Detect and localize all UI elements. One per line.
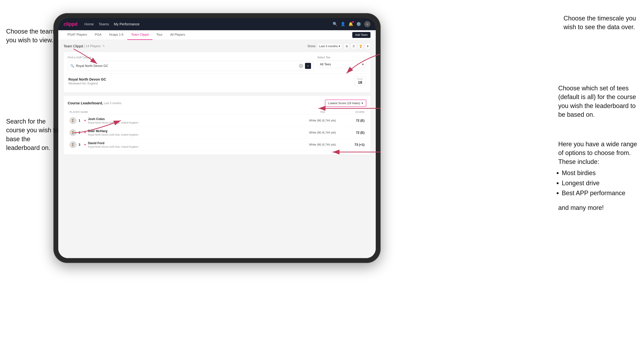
course-search-value: Royal North Devon GC xyxy=(76,64,297,68)
nav-icons: 🔍 👤 🔔 ⚙️ U xyxy=(333,21,370,27)
player-heart-1: ♥ xyxy=(84,119,86,122)
annotation-mid-right: Choose which set of tees (default is all… xyxy=(558,84,639,119)
navbar: clippd Home Teams My Performance 🔍 👤 🔔 ⚙… xyxy=(58,18,376,30)
player-club-1: Royal North Devon Golf Club, United King… xyxy=(88,121,138,124)
player-heart-2: ♥ xyxy=(84,131,86,134)
tee-value: All Tees xyxy=(320,63,331,66)
player-name-3: David Ford xyxy=(88,141,138,145)
bullet-list: Most birdies Longest drive Best APP perf… xyxy=(558,168,639,198)
edit-icon[interactable]: ✎ xyxy=(102,44,105,48)
team-count: | 14 Players xyxy=(84,44,100,48)
col-tee: TEE xyxy=(302,111,344,113)
table-row: 🏌️ 3 ♥ David Ford Royal North Devon Golf… xyxy=(68,139,366,151)
notification-dot xyxy=(352,21,354,23)
player-avatar-1: 🏌️ xyxy=(70,117,76,124)
player-club-3: Royal North Devon Golf Club, United King… xyxy=(88,145,138,148)
download-button[interactable]: ⬇ xyxy=(365,43,370,49)
player-tee-3: White (M) (6,744 yds) xyxy=(302,143,344,146)
course-location: Westward Ho!, England xyxy=(68,82,106,85)
annotation-top-left: Choose the team you wish to view. xyxy=(6,27,55,45)
leaderboard-subtitle: Last 3 months xyxy=(104,102,122,105)
course-name: Royal North Devon GC xyxy=(68,77,106,81)
player-name-2: Blair McHarg xyxy=(88,129,138,133)
player-rank-2: 1 xyxy=(78,131,82,135)
annotation-bottom-left: Search for the course you wish to base t… xyxy=(6,117,60,152)
view-icons: ⊞ ☰ 🏆 ⬇ xyxy=(344,43,370,49)
tee-section: Select Tee All Tees ▾ xyxy=(317,56,366,68)
leaderboard-title: Course Leaderboard, xyxy=(68,101,103,105)
holes-label: Holes xyxy=(357,78,363,80)
player-col-2: 🏌️ 1 ♥ Blair McHarg Royal North Devon Go… xyxy=(70,129,302,136)
team-title: Team Clippd xyxy=(64,44,83,48)
score-type-select[interactable]: Lowest Score (18 holes) ▾ xyxy=(325,100,366,107)
trophy-view-button[interactable]: 🏆 xyxy=(358,43,364,49)
score-type-value: Lowest Score (18 holes) xyxy=(328,102,360,105)
bullet-3: Best APP performance xyxy=(562,188,639,198)
course-search-input[interactable]: 🔍 Royal North Devon GC ✕ ☆ xyxy=(68,61,314,71)
tablet-screen: clippd Home Teams My Performance 🔍 👤 🔔 ⚙… xyxy=(58,18,376,258)
settings-icon[interactable]: ⚙️ xyxy=(356,22,361,26)
notification-bell[interactable]: 🔔 xyxy=(348,22,353,26)
list-view-button[interactable]: ☰ xyxy=(351,43,356,49)
and-more: and many more! xyxy=(558,203,639,212)
player-info-1: Josh Coles Royal North Devon Golf Club, … xyxy=(88,117,138,124)
holes-number: 18 xyxy=(357,80,363,85)
player-club-2: Royal North Devon Golf Club, United King… xyxy=(88,133,138,136)
course-finder-card: Find a Golf Course 🔍 Royal North Devon G… xyxy=(64,52,370,93)
tablet-frame: clippd Home Teams My Performance 🔍 👤 🔔 ⚙… xyxy=(54,13,380,263)
subnav-pgat[interactable]: PGAT Players xyxy=(64,30,91,40)
nav-links: Home Teams My Performance xyxy=(84,22,328,26)
player-col-3: 🏌️ 3 ♥ David Ford Royal North Devon Golf… xyxy=(70,141,302,148)
table-row: 🏌️ 1 ♥ Josh Coles Royal North Devon Golf… xyxy=(68,115,366,127)
search-icon-small: 🔍 xyxy=(70,64,74,68)
chevron-down-tee-icon: ▾ xyxy=(362,62,364,66)
table-header: PLAYER NAME TEE SCORE xyxy=(68,110,366,115)
player-score-2: 72 (E) xyxy=(344,131,364,135)
course-info: Royal North Devon GC Westward Ho!, Engla… xyxy=(68,77,106,85)
subnav-hcaps[interactable]: Hcaps 1-5 xyxy=(105,30,127,40)
leaderboard-card: Course Leaderboard, Last 3 months Lowest… xyxy=(64,96,370,155)
chevron-down-score-icon: ▾ xyxy=(362,101,363,105)
subnav-all-players[interactable]: All Players xyxy=(166,30,189,40)
subnav-tour[interactable]: Tour xyxy=(152,30,166,40)
team-header: Team Clippd | 14 Players ✎ Show: Last 3 … xyxy=(64,43,370,49)
show-label: Show: xyxy=(307,44,316,48)
app-logo: clippd xyxy=(64,21,77,27)
add-team-button[interactable]: Add Team xyxy=(352,32,370,38)
bullet-2: Longest drive xyxy=(562,178,639,188)
show-select[interactable]: Last 3 months ▾ xyxy=(318,43,342,49)
nav-home[interactable]: Home xyxy=(84,22,94,26)
subnav-pga[interactable]: PGA xyxy=(91,30,105,40)
player-score-3: 73 (+1) xyxy=(344,143,364,147)
find-course-label: Find a Golf Course xyxy=(68,56,314,59)
favorite-button[interactable]: ☆ xyxy=(305,63,311,69)
subnav-team-clippd[interactable]: Team Clippd xyxy=(127,30,152,40)
tee-select[interactable]: All Tees ▾ xyxy=(317,60,366,68)
course-result: Royal North Devon GC Westward Ho!, Engla… xyxy=(68,73,366,89)
player-tee-2: White (M) (6,744 yds) xyxy=(302,131,344,134)
subnav: PGAT Players PGA Hcaps 1-5 Team Clippd T… xyxy=(58,30,376,40)
player-rank-1: 1 xyxy=(78,119,82,123)
player-tee-1: White (M) (6,744 yds) xyxy=(302,119,344,122)
grid-view-button[interactable]: ⊞ xyxy=(344,43,350,49)
holes-box: Holes 18 xyxy=(354,76,366,86)
nav-teams[interactable]: Teams xyxy=(99,22,109,26)
annotation-bottom-right: Here you have a wide range of options to… xyxy=(558,140,639,212)
player-name-1: Josh Coles xyxy=(88,117,138,121)
player-info-2: Blair McHarg Royal North Devon Golf Club… xyxy=(88,129,138,136)
nav-my-performance[interactable]: My Performance xyxy=(114,22,140,26)
col-player-name: PLAYER NAME xyxy=(70,111,302,113)
col-score: SCORE xyxy=(344,111,364,113)
chevron-down-icon: ▾ xyxy=(338,44,340,48)
leaderboard-table: PLAYER NAME TEE SCORE 🏌️ 1 ♥ Josh Coles xyxy=(68,110,366,151)
select-tee-label: Select Tee xyxy=(317,56,366,59)
main-content: Team Clippd | 14 Players ✎ Show: Last 3 … xyxy=(58,40,376,258)
clear-search-button[interactable]: ✕ xyxy=(299,64,303,68)
player-col-1: 🏌️ 1 ♥ Josh Coles Royal North Devon Golf… xyxy=(70,117,302,124)
player-avatar-2: 🏌️ xyxy=(70,129,76,136)
user-avatar[interactable]: U xyxy=(364,21,370,27)
bullet-1: Most birdies xyxy=(562,168,639,178)
people-icon[interactable]: 👤 xyxy=(340,22,345,26)
search-icon[interactable]: 🔍 xyxy=(333,22,338,26)
leaderboard-header: Course Leaderboard, Last 3 months Lowest… xyxy=(68,100,366,107)
